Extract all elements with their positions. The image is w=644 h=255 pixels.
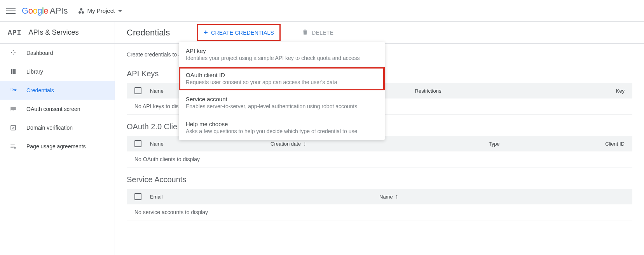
col-name[interactable]: Name: [150, 141, 271, 147]
main-content: Credentials + CREATE CREDENTIALS DELETE …: [115, 22, 644, 255]
select-all-checkbox[interactable]: [134, 87, 141, 94]
service-table-header: Email Name ↑: [127, 189, 632, 204]
sidebar-item-label: Page usage agreements: [26, 143, 86, 149]
menu-item-api-key[interactable]: API key Identifies your project using a …: [179, 42, 385, 67]
product-title: APIs & Services: [28, 28, 79, 37]
library-icon: [9, 68, 18, 75]
col-client-id[interactable]: Client ID: [578, 141, 625, 147]
svg-rect-0: [11, 125, 16, 130]
menu-item-desc: Identifies your project using a simple A…: [186, 55, 378, 61]
consent-icon: [9, 106, 18, 113]
col-creation-label: Creation date: [271, 141, 301, 147]
sidebar-item-oauth-consent[interactable]: OAuth consent screen: [0, 100, 115, 118]
arrow-down-icon: ↓: [303, 140, 306, 147]
google-apis-logo[interactable]: Google APIs: [22, 6, 68, 16]
sidebar-item-label: Domain verification: [26, 125, 73, 131]
oauth-empty: No OAuth clients to display: [127, 151, 632, 167]
hamburger-menu-icon[interactable]: [6, 6, 16, 16]
top-header: Google APIs My Project: [0, 0, 644, 22]
sidebar-item-label: Library: [26, 69, 43, 75]
service-empty: No service accounts to display: [127, 204, 632, 220]
trash-icon: [302, 28, 309, 37]
menu-item-title: Help me choose: [186, 121, 378, 127]
arrow-up-icon: ↑: [395, 193, 398, 200]
sidebar-item-library[interactable]: Library: [0, 62, 115, 81]
sidebar-item-label: OAuth consent screen: [26, 106, 80, 112]
delete-button[interactable]: DELETE: [296, 25, 339, 40]
create-credentials-button[interactable]: + CREATE CREDENTIALS: [197, 24, 281, 41]
select-all-checkbox[interactable]: [134, 193, 141, 200]
col-email[interactable]: Email: [150, 194, 379, 200]
project-name: My Project: [87, 7, 115, 14]
menu-item-title: API key: [186, 47, 378, 54]
dashboard-icon: [9, 49, 18, 56]
plus-icon: +: [204, 28, 208, 37]
menu-item-desc: Enables server-to-server, app-level auth…: [186, 103, 378, 109]
sidebar-item-page-usage[interactable]: Page usage agreements: [0, 137, 115, 156]
section-title-service-accounts: Service Accounts: [127, 175, 632, 184]
menu-item-desc: Requests user consent so your app can ac…: [186, 79, 378, 85]
col-type[interactable]: Type: [410, 141, 578, 147]
col-creation-date[interactable]: Creation date ↓: [271, 140, 410, 147]
menu-item-title: Service account: [186, 96, 378, 102]
sidebar-item-domain-verification[interactable]: Domain verification: [0, 118, 115, 137]
menu-item-oauth-client-id[interactable]: OAuth client ID Requests user consent so…: [179, 67, 385, 90]
menu-item-desc: Asks a few questions to help you decide …: [186, 128, 378, 134]
chevron-down-icon: [118, 10, 122, 12]
create-credentials-menu: API key Identifies your project using a …: [179, 42, 385, 140]
col-name-label: Name: [379, 194, 393, 200]
sidebar-item-label: Dashboard: [26, 50, 53, 56]
menu-item-help-me-choose[interactable]: Help me choose Asks a few questions to h…: [179, 115, 385, 140]
col-name[interactable]: Name ↑: [379, 193, 625, 200]
page-header: Credentials + CREATE CREDENTIALS DELETE: [115, 22, 644, 44]
agreements-icon: [9, 143, 18, 150]
menu-item-title: OAuth client ID: [186, 72, 378, 78]
page-title: Credentials: [127, 28, 170, 38]
delete-label: DELETE: [312, 30, 333, 36]
verify-icon: [9, 124, 18, 131]
key-icon: [9, 86, 18, 94]
apis-label: APIs: [50, 6, 68, 16]
sidebar-item-dashboard[interactable]: Dashboard: [0, 44, 115, 62]
api-logo-icon: API: [8, 29, 21, 37]
sidebar-header: API APIs & Services: [0, 22, 115, 44]
project-icon: [79, 8, 84, 14]
sidebar-item-credentials[interactable]: Credentials: [0, 81, 115, 100]
project-selector[interactable]: My Project: [75, 5, 126, 16]
sidebar-item-label: Credentials: [26, 87, 54, 93]
create-credentials-label: CREATE CREDENTIALS: [211, 30, 274, 36]
menu-item-service-account[interactable]: Service account Enables server-to-server…: [179, 90, 385, 115]
col-key[interactable]: Key: [586, 88, 625, 94]
select-all-checkbox[interactable]: [134, 140, 141, 147]
sidebar: API APIs & Services Dashboard Library Cr…: [0, 22, 115, 255]
